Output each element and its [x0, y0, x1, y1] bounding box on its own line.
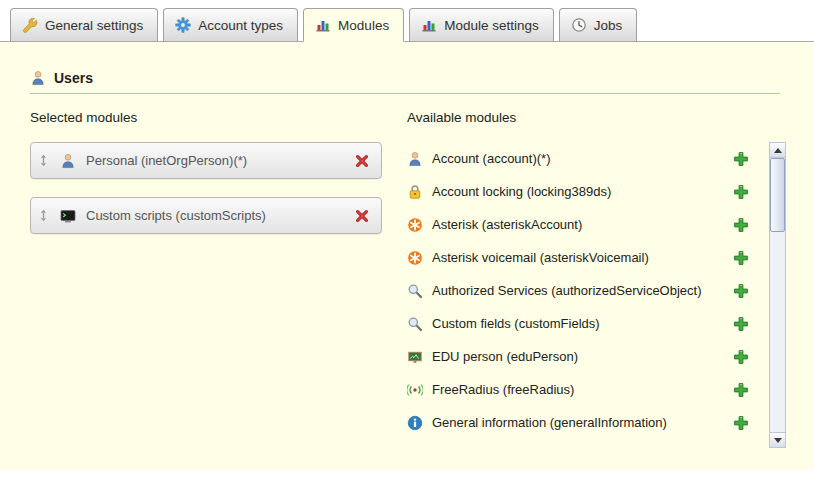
available-module-row: Asterisk voicemail (asteriskVoicemail) — [407, 241, 761, 274]
person-icon — [407, 151, 423, 167]
available-module-row: Custom fields (customFields) — [407, 307, 761, 340]
users-icon — [30, 70, 46, 86]
available-module-row: FreeRadius (freeRadius) — [407, 373, 761, 406]
add-icon[interactable] — [733, 184, 749, 200]
add-icon[interactable] — [733, 151, 749, 167]
add-icon[interactable] — [733, 283, 749, 299]
add-icon[interactable] — [733, 217, 749, 233]
scrollbar[interactable] — [769, 142, 786, 448]
available-modules-list: Account (account)(*) Account locking (lo… — [407, 142, 761, 439]
add-icon[interactable] — [733, 250, 749, 266]
add-icon[interactable] — [733, 382, 749, 398]
gear-icon — [175, 17, 191, 33]
available-module-label: Account (account)(*) — [432, 151, 551, 166]
arrow-up-icon — [774, 148, 782, 153]
available-module-label: General information (generalInformation) — [432, 415, 667, 430]
selected-module-row[interactable]: Personal (inetOrgPerson)(*) — [30, 142, 382, 179]
available-module-row: Account locking (locking389ds) — [407, 175, 761, 208]
info-icon — [407, 415, 423, 431]
scroll-up-button[interactable] — [770, 143, 785, 158]
delete-icon[interactable] — [354, 208, 370, 224]
module-columns: Selected modules Personal (inetOrgPerson… — [0, 94, 814, 448]
tab-label: Jobs — [594, 18, 623, 33]
scrollbar-track[interactable] — [770, 158, 785, 432]
tab-label: Modules — [338, 18, 389, 33]
selected-module-row[interactable]: Custom scripts (customScripts) — [30, 197, 382, 234]
antenna-icon — [407, 382, 423, 398]
magnifier-icon — [407, 316, 423, 332]
delete-icon[interactable] — [354, 153, 370, 169]
module-config-page: General settings Account types Modules M… — [0, 0, 814, 478]
available-module-label: FreeRadius (freeRadius) — [432, 382, 574, 397]
available-module-row: Asterisk (asteriskAccount) — [407, 208, 761, 241]
arrow-down-icon — [774, 438, 782, 443]
clock-icon — [571, 17, 587, 33]
available-module-label: Account locking (locking389ds) — [432, 184, 611, 199]
tab-label: Account types — [198, 18, 283, 33]
available-module-label: Asterisk voicemail (asteriskVoicemail) — [432, 250, 649, 265]
available-module-row: Authorized Services (authorizedServiceOb… — [407, 274, 761, 307]
chart-icon — [315, 17, 331, 33]
add-icon[interactable] — [733, 415, 749, 431]
terminal-icon — [60, 208, 76, 224]
selected-module-label: Personal (inetOrgPerson)(*) — [86, 153, 247, 168]
add-icon[interactable] — [733, 349, 749, 365]
selected-modules-heading: Selected modules — [30, 110, 382, 125]
modules-panel: Users Selected modules Personal (inetOrg… — [0, 42, 814, 470]
available-module-label: EDU person (eduPerson) — [432, 349, 578, 364]
asterisk-icon — [407, 250, 423, 266]
tab-jobs[interactable]: Jobs — [559, 8, 638, 42]
available-module-row: EDU person (eduPerson) — [407, 340, 761, 373]
tab-module-settings[interactable]: Module settings — [409, 8, 554, 42]
tab-general-settings[interactable]: General settings — [10, 8, 158, 42]
available-modules-wrap: Account (account)(*) Account locking (lo… — [407, 142, 786, 448]
tab-account-types[interactable]: Account types — [163, 8, 298, 42]
selected-module-label: Custom scripts (customScripts) — [86, 208, 266, 223]
chart-icon — [421, 17, 437, 33]
scroll-down-button[interactable] — [770, 432, 785, 447]
lock-icon — [407, 184, 423, 200]
tab-bar: General settings Account types Modules M… — [0, 0, 814, 42]
available-module-label: Authorized Services (authorizedServiceOb… — [432, 283, 702, 298]
section-title: Users — [54, 70, 93, 86]
tab-label: Module settings — [444, 18, 539, 33]
asterisk-icon — [407, 217, 423, 233]
tab-label: General settings — [45, 18, 143, 33]
available-module-label: Asterisk (asteriskAccount) — [432, 217, 582, 232]
section-header: Users — [0, 42, 814, 93]
wrench-icon — [22, 17, 38, 33]
add-icon[interactable] — [733, 316, 749, 332]
drag-handle-icon[interactable] — [37, 154, 50, 167]
drag-handle-icon[interactable] — [37, 209, 50, 222]
tab-modules[interactable]: Modules — [303, 8, 404, 42]
available-modules-column: Available modules Account (account)(*) A… — [407, 110, 814, 448]
available-module-label: Custom fields (customFields) — [432, 316, 600, 331]
selected-modules-column: Selected modules Personal (inetOrgPerson… — [30, 110, 382, 448]
available-modules-heading: Available modules — [407, 110, 786, 125]
person-icon — [60, 153, 76, 169]
scrollbar-thumb[interactable] — [770, 158, 785, 232]
available-module-row: General information (generalInformation) — [407, 406, 761, 439]
magnifier-icon — [407, 283, 423, 299]
available-module-row: Account (account)(*) — [407, 142, 761, 175]
education-icon — [407, 349, 423, 365]
